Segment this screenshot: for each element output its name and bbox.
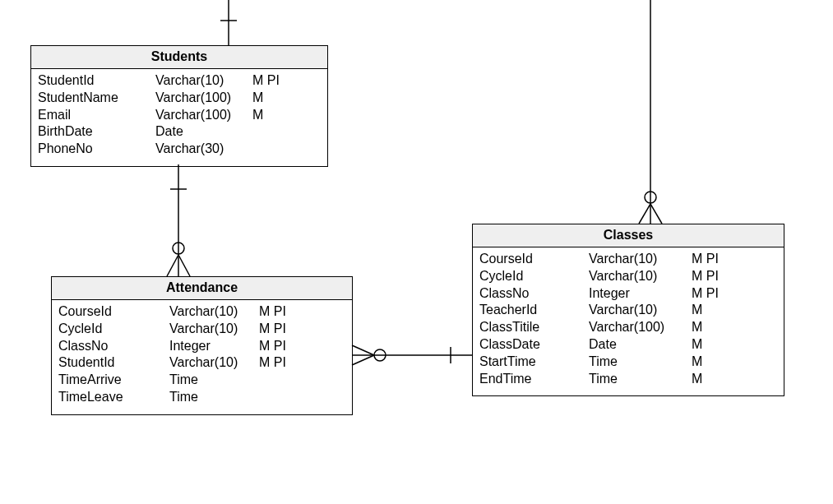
col-type: Time [589, 371, 692, 388]
svg-line-10 [352, 355, 374, 365]
col-flag: M [692, 371, 702, 388]
col-type: Varchar(10) [589, 268, 692, 285]
col-flag: M [692, 354, 702, 371]
svg-line-14 [639, 204, 650, 224]
col-name: ClassDate [479, 336, 589, 354]
table-row: StudentId Varchar(10) M PI [38, 72, 321, 90]
entity-students-body: StudentId Varchar(10) M PI StudentName V… [31, 69, 327, 166]
svg-line-15 [650, 204, 662, 224]
table-row: StudentName Varchar(100) M [38, 90, 321, 107]
col-name: ClassNo [58, 338, 169, 355]
col-name: TeacherId [479, 302, 589, 319]
entity-attendance-body: CourseId Varchar(10) M PI CycleId Varcha… [52, 300, 352, 414]
table-row: TimeLeave Time [58, 389, 345, 406]
table-row: ClassDate Date M [479, 336, 777, 354]
table-row: CourseId Varchar(10) M PI [58, 303, 345, 321]
col-flag: M PI [259, 321, 286, 338]
col-name: PhoneNo [38, 141, 155, 158]
col-name: StudentId [58, 354, 169, 372]
col-name: StudentName [38, 90, 155, 107]
col-name: TimeArrive [58, 372, 169, 389]
svg-point-13 [645, 192, 656, 203]
col-name: StudentId [38, 72, 155, 90]
col-type: Varchar(10) [589, 302, 692, 319]
table-row: ClassNo Integer M PI [479, 285, 777, 303]
table-row: ClassNo Integer M PI [58, 338, 345, 355]
col-name: BirthDate [38, 123, 155, 141]
entity-students: Students StudentId Varchar(10) M PI Stud… [30, 45, 328, 167]
col-name: StartTime [479, 354, 589, 371]
entity-classes: Classes CourseId Varchar(10) M PI CycleI… [472, 224, 784, 396]
svg-line-9 [352, 345, 374, 355]
svg-line-5 [167, 255, 178, 276]
col-name: ClassNo [479, 285, 589, 303]
col-type: Varchar(100) [155, 90, 252, 107]
col-type: Date [589, 336, 692, 354]
col-type: Varchar(10) [169, 303, 259, 321]
col-flag: M PI [692, 268, 719, 285]
col-name: EndTime [479, 371, 589, 388]
table-row: CycleId Varchar(10) M PI [58, 321, 345, 338]
col-flag: M PI [252, 72, 280, 90]
col-type: Varchar(100) [589, 319, 692, 336]
entity-attendance: Attendance CourseId Varchar(10) M PI Cyc… [51, 276, 353, 415]
table-row: TimeArrive Time [58, 372, 345, 389]
col-type: Varchar(30) [155, 141, 252, 158]
col-flag: M PI [692, 251, 719, 268]
col-flag: M [692, 336, 702, 354]
entity-classes-body: CourseId Varchar(10) M PI CycleId Varcha… [473, 247, 784, 395]
entity-attendance-title: Attendance [52, 277, 352, 300]
table-row: Email Varchar(100) M [38, 107, 321, 124]
col-name: TimeLeave [58, 389, 169, 406]
col-type: Varchar(10) [589, 251, 692, 268]
col-type: Varchar(10) [169, 354, 259, 372]
svg-line-6 [178, 255, 190, 276]
table-row: CourseId Varchar(10) M PI [479, 251, 777, 268]
col-name: CourseId [479, 251, 589, 268]
table-row: BirthDate Date [38, 123, 321, 141]
col-type: Varchar(10) [155, 72, 252, 90]
entity-classes-title: Classes [473, 224, 784, 247]
table-row: EndTime Time M [479, 371, 777, 388]
svg-point-4 [173, 243, 184, 254]
col-type: Time [169, 389, 259, 406]
table-row: StudentId Varchar(10) M PI [58, 354, 345, 372]
col-name: ClassTitile [479, 319, 589, 336]
col-flag: M PI [259, 338, 286, 355]
col-type: Integer [589, 285, 692, 303]
col-flag: M [692, 302, 702, 319]
col-flag: M [252, 107, 263, 124]
col-flag: M PI [259, 354, 286, 372]
col-type: Varchar(100) [155, 107, 252, 124]
col-type: Time [589, 354, 692, 371]
svg-point-8 [374, 349, 386, 361]
col-name: CourseId [58, 303, 169, 321]
table-row: CycleId Varchar(10) M PI [479, 268, 777, 285]
table-row: PhoneNo Varchar(30) [38, 141, 321, 158]
table-row: StartTime Time M [479, 354, 777, 371]
col-name: CycleId [479, 268, 589, 285]
col-name: Email [38, 107, 155, 124]
col-name: CycleId [58, 321, 169, 338]
col-flag: M [692, 319, 702, 336]
table-row: ClassTitile Varchar(100) M [479, 319, 777, 336]
col-type: Date [155, 123, 252, 141]
col-flag: M [252, 90, 263, 107]
col-type: Integer [169, 338, 259, 355]
col-type: Varchar(10) [169, 321, 259, 338]
col-flag: M PI [692, 285, 719, 303]
col-flag: M PI [259, 303, 286, 321]
entity-students-title: Students [31, 46, 327, 69]
table-row: TeacherId Varchar(10) M [479, 302, 777, 319]
col-type: Time [169, 372, 259, 389]
